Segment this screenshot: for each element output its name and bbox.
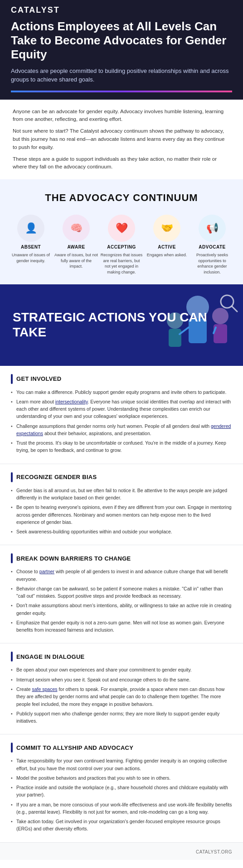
section-bar-recognize-gender-bias <box>11 472 13 482</box>
section-title-engage-in-dialogue: ENGAGE IN DIALOGUE <box>16 653 85 660</box>
strategic-banner: STRATEGIC ACTIONS YOU CAN TAKE <box>0 284 243 366</box>
section-bullets-get-involved: You can make a difference. Publicly supp… <box>11 388 232 454</box>
section-header-break-down-barriers: BREAK DOWN BARRIERS TO CHANGE <box>11 553 232 563</box>
continuum-section: THE ADVOCACY CONTINUUM 👤 ABSENT Unaware … <box>0 179 243 284</box>
section-engage-in-dialogue: ENGAGE IN DIALOGUE Be open about your ow… <box>0 643 243 734</box>
continuum-step-accepting: ❤️ ACCEPTING Recognizes that issues are … <box>100 215 143 275</box>
section-header-engage-in-dialogue: ENGAGE IN DIALOGUE <box>11 652 232 662</box>
step-label-accepting: ACCEPTING <box>107 245 136 249</box>
list-item: Don't make assumptions about men's inten… <box>11 602 232 617</box>
intro-paragraph-3: These steps are a guide to support indiv… <box>13 155 230 172</box>
list-item: Learn more about intersectionality. Ever… <box>11 398 232 420</box>
header: CATALYST Actions Employees at All Levels… <box>0 0 243 100</box>
list-item: Create safe spaces for others to speak. … <box>11 686 232 708</box>
section-bullets-break-down-barriers: Choose to partner with people of all gen… <box>11 568 232 633</box>
section-header-get-involved: GET INVOLVED <box>11 374 232 384</box>
step-desc-active: Engages when asked. <box>147 252 187 258</box>
safe-spaces-link[interactable]: safe spaces <box>32 686 57 692</box>
section-recognize-gender-bias: RECOGNIZE GENDER BIAS Gender bias is all… <box>0 464 243 546</box>
section-get-involved: GET INVOLVED You can make a difference. … <box>0 366 243 464</box>
section-bullets-engage-in-dialogue: Be open about your own experiences and s… <box>11 666 232 724</box>
step-icon-absent: 👤 <box>17 215 44 242</box>
step-label-active: ACTIVE <box>158 245 176 249</box>
intro-paragraph-2: Not sure where to start? The Catalyst ad… <box>13 127 230 151</box>
section-bar-break-down-barriers <box>11 553 13 563</box>
list-item: Publicly support men who challenge gende… <box>11 710 232 725</box>
strategic-text: STRATEGIC ACTIONS YOU CAN TAKE <box>0 297 243 352</box>
gendered-expectations-link[interactable]: gendered expectations <box>16 423 231 436</box>
step-desc-absent: Unaware of issues of gender inequity. <box>9 252 53 264</box>
step-desc-aware: Aware of issues, but not fully aware of … <box>54 252 98 269</box>
step-desc-advocate: Proactively seeks opportunities to enhan… <box>190 252 234 275</box>
step-label-advocate: ADVOCATE <box>199 245 225 249</box>
section-title-commit-to-allyship: COMMIT TO ALLYSHIP AND ADVOCACY <box>16 744 133 751</box>
intro-paragraph-1: Anyone can be an advocate for gender equ… <box>13 108 230 124</box>
continuum-step-advocate: 📢 ADVOCATE Proactively seeks opportuniti… <box>190 215 234 275</box>
section-header-recognize-gender-bias: RECOGNIZE GENDER BIAS <box>11 472 232 482</box>
step-label-aware: AWARE <box>67 245 85 249</box>
list-item: Behavior change can be awkward, so be pa… <box>11 585 232 600</box>
list-item: If you are a man, be more conscious of y… <box>11 801 232 816</box>
list-item: Be open about your own experiences and s… <box>11 666 232 673</box>
section-title-get-involved: GET INVOLVED <box>16 375 61 382</box>
section-bar-engage-in-dialogue <box>11 652 13 662</box>
intro-section: Anyone can be an advocate for gender equ… <box>0 100 243 180</box>
step-desc-accepting: Recognizes that issues are real barriers… <box>100 252 143 275</box>
section-bullets-commit-to-allyship: Take responsibility for your own continu… <box>11 757 232 832</box>
step-icon-advocate: 📢 <box>199 215 226 242</box>
section-bar-get-involved <box>11 374 13 384</box>
section-title-break-down-barriers: BREAK DOWN BARRIERS TO CHANGE <box>16 555 131 562</box>
list-item: You can make a difference. Publicly supp… <box>11 388 232 396</box>
strategic-title: STRATEGIC ACTIONS YOU CAN TAKE <box>13 310 230 339</box>
continuum-steps: 👤 ABSENT Unaware of issues of gender ine… <box>9 215 234 275</box>
content-sections: GET INVOLVED You can make a difference. … <box>0 366 243 843</box>
list-item: Trust the process. It's okay to be uncom… <box>11 439 232 454</box>
logo: CATALYST <box>11 5 232 15</box>
list-item: Seek awareness-building opportunities wi… <box>11 528 232 535</box>
step-icon-aware: 🧠 <box>63 215 90 242</box>
section-bullets-recognize-gender-bias: Gender bias is all around us, but we oft… <box>11 487 232 536</box>
partner-link[interactable]: partner <box>39 569 54 574</box>
list-item: Practice inside and outside the workplac… <box>11 784 232 799</box>
section-commit-to-allyship: COMMIT TO ALLYSHIP AND ADVOCACY Take res… <box>0 734 243 842</box>
continuum-step-absent: 👤 ABSENT Unaware of issues of gender ine… <box>9 215 53 264</box>
header-accent <box>11 91 232 92</box>
list-item: Gender bias is all around us, but we oft… <box>11 487 232 502</box>
step-icon-active: 🤝 <box>153 215 180 242</box>
continuum-title: THE ADVOCACY CONTINUUM <box>9 192 234 204</box>
list-item: Emphasize that gender equity is not a ze… <box>11 619 232 634</box>
list-item: Be open to hearing everyone's opinions, … <box>11 504 232 526</box>
header-subtitle: Advocates are people committed to buildi… <box>11 67 232 84</box>
continuum-step-aware: 🧠 AWARE Aware of issues, but not fully a… <box>54 215 98 269</box>
section-title-recognize-gender-bias: RECOGNIZE GENDER BIAS <box>16 474 97 480</box>
continuum-step-active: 🤝 ACTIVE Engages when asked. <box>145 215 189 258</box>
step-label-absent: ABSENT <box>21 245 41 249</box>
list-item: Take action today. Get involved in your … <box>11 818 232 833</box>
section-bar-commit-to-allyship <box>11 743 13 753</box>
page-title: Actions Employees at All Levels Can Take… <box>11 19 232 62</box>
list-item: Challenge assumptions that gender norms … <box>11 422 232 437</box>
footer: CATALYST.ORG <box>0 843 243 860</box>
intersectionality-link[interactable]: intersectionality <box>55 399 88 404</box>
footer-text: CATALYST.ORG <box>196 849 232 854</box>
list-item: Take responsibility for your own continu… <box>11 757 232 772</box>
section-break-down-barriers: BREAK DOWN BARRIERS TO CHANGE Choose to … <box>0 545 243 643</box>
list-item: Choose to partner with people of all gen… <box>11 568 232 583</box>
list-item: Interrupt sexism when you see it. Speak … <box>11 676 232 683</box>
step-icon-accepting: ❤️ <box>108 215 135 242</box>
list-item: Model the positive behaviors and practic… <box>11 774 232 782</box>
section-header-commit-to-allyship: COMMIT TO ALLYSHIP AND ADVOCACY <box>11 743 232 753</box>
